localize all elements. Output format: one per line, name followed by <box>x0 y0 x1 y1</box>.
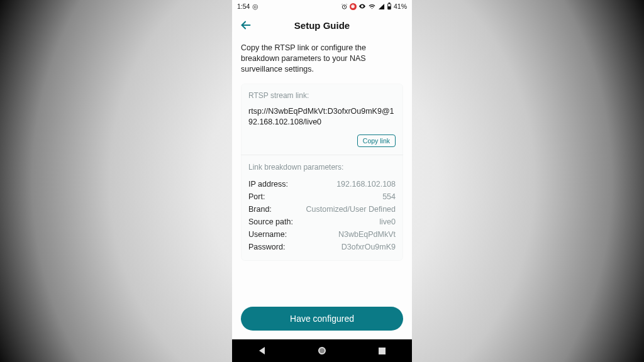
rtsp-card: RTSP stream link: rtsp://N3wbEqPdMkVt:D3… <box>241 84 403 261</box>
android-nav-bar <box>232 339 412 362</box>
status-time: 1:54 <box>237 3 250 10</box>
param-key: IP address: <box>248 180 288 189</box>
battery-icon <box>387 3 392 10</box>
record-icon: ◉ <box>350 3 357 10</box>
svg-rect-3 <box>388 7 391 9</box>
breakdown-list: IP address:192.168.102.108Port:554Brand:… <box>248 178 396 253</box>
page-title: Setup Guide <box>232 20 412 31</box>
param-row: Port:554 <box>248 190 396 203</box>
scope-icon: ◎ <box>252 3 258 10</box>
copy-link-button[interactable]: Copy link <box>357 134 396 147</box>
param-value: live0 <box>379 217 396 226</box>
param-row: Username:N3wbEqPdMkVt <box>248 228 396 241</box>
eye-icon <box>358 3 366 10</box>
param-key: Username: <box>248 230 287 239</box>
nav-back-button[interactable] <box>250 339 275 362</box>
intro-text: Copy the RTSP link or configure the brea… <box>241 43 403 75</box>
nav-recents-button[interactable] <box>369 339 394 362</box>
phone-frame: 1:54 ◎ ◉ 41% <box>232 0 412 362</box>
app-bar: Setup Guide <box>232 13 412 38</box>
wifi-icon <box>368 3 376 10</box>
param-key: Source path: <box>248 217 293 226</box>
param-key: Brand: <box>248 205 272 214</box>
signal-icon <box>378 3 385 10</box>
param-row: IP address:192.168.102.108 <box>248 178 396 190</box>
param-value: N3wbEqPdMkVt <box>338 230 396 239</box>
card-divider <box>241 155 403 155</box>
param-value: 192.168.102.108 <box>336 180 396 189</box>
app-stage: 1:54 ◎ ◉ 41% <box>0 0 644 362</box>
battery-text: 41% <box>394 3 407 10</box>
rtsp-link-value: rtsp://N3wbEqPdMkVt:D3ofxrOu9mK9@192.168… <box>248 106 396 128</box>
nav-home-button[interactable] <box>309 339 335 362</box>
breakdown-label: Link breakdown parameters: <box>248 163 396 172</box>
back-button[interactable] <box>237 16 255 34</box>
have-configured-button[interactable]: Have configured <box>241 307 403 331</box>
alarm-icon <box>341 3 348 10</box>
status-bar: 1:54 ◎ ◉ 41% <box>232 0 412 13</box>
spacer <box>241 261 403 299</box>
circle-home-icon <box>318 347 326 354</box>
param-value: D3ofxrOu9mK9 <box>341 243 396 251</box>
content-scroll[interactable]: Copy the RTSP link or configure the brea… <box>232 38 412 339</box>
rtsp-label: RTSP stream link: <box>248 91 396 100</box>
param-value: 554 <box>382 192 396 201</box>
param-value: Customized/User Defined <box>306 205 396 214</box>
param-row: Brand:Customized/User Defined <box>248 203 396 216</box>
param-key: Port: <box>248 192 265 201</box>
svg-rect-2 <box>389 3 390 4</box>
triangle-back-icon <box>259 347 265 354</box>
param-row: Source path:live0 <box>248 216 396 228</box>
square-recents-icon <box>379 348 386 354</box>
param-key: Password: <box>248 243 285 251</box>
param-row: Password:D3ofxrOu9mK9 <box>248 241 396 253</box>
